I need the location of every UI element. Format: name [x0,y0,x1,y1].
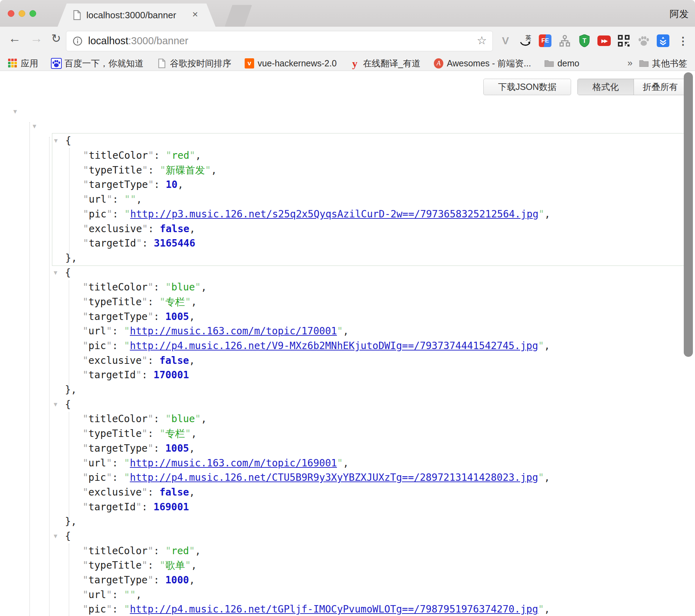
json-key: targetType [82,443,153,454]
json-key: titleColor [83,150,154,161]
zoom-window-button[interactable] [29,10,36,17]
json-line: urlhttp://music.163.com/m/topic/169001 [52,456,685,471]
json-line: targetType1000 [52,573,685,588]
bookmark-folder-demo[interactable]: demo [544,58,580,68]
json-root-line: ▼ { [0,104,695,119]
url-host: localhost [88,35,128,46]
url-link[interactable]: http://music.163.com/m/topic/169001 [130,457,337,469]
tab-close-icon[interactable]: × [192,9,198,20]
chrome-menu-icon[interactable]: ⋮ [676,33,690,48]
json-string-value: 歌单 [159,559,191,571]
collapse-toggle-icon[interactable]: ▼ [54,397,57,412]
translate-extension-icon[interactable]: 英 [518,33,532,48]
minimize-window-button[interactable] [19,10,25,17]
url-link[interactable]: http://music.163.com/m/topic/170001 [130,325,337,337]
bookmark-label: 百度一下，你就知道 [65,58,144,69]
json-key: typeTitle [82,559,147,571]
json-number-value: 10 [166,179,178,190]
apps-grid-icon [8,59,17,68]
json-key: targetType [83,179,154,190]
fast-forward-extension-icon[interactable]: ▶▶ [597,33,611,48]
youdao-icon: y [352,59,357,68]
folder-icon [639,59,649,68]
json-line: targetId169001 [52,500,685,515]
json-line: titleColorred [52,148,685,163]
json-line: pichttp://p4.music.126.net/tGPljf-IMOCyP… [52,602,685,616]
back-button[interactable]: ← [8,31,21,46]
json-string-value: 专栏 [159,428,191,439]
pic-link[interactable]: http://p4.music.126.net/V9-MXz6b2MNhEKju… [130,340,538,352]
json-key: url [82,325,112,337]
json-banners-line: ▼ banners[ [0,119,695,134]
collapse-toggle-icon[interactable]: ▼ [33,119,36,134]
json-line: exclusivefalse [52,353,685,368]
json-key: pic [82,340,112,352]
json-object-banner-3: ▼{ titleColorred typeTitle歌单 targetType1… [52,529,685,616]
collapse-toggle-icon[interactable]: ▼ [54,266,57,280]
reload-button[interactable]: ↻ [51,32,61,45]
fe-extension-icon[interactable]: FE [538,33,552,48]
tab-title: localhost:3000/banner [86,10,176,21]
url-text[interactable]: localhost:3000/banner [88,35,188,47]
vue-devtools-extension-icon[interactable]: V [498,33,512,48]
bookmark-other-bookmarks[interactable]: 其他书签 [639,55,687,71]
folder-icon [544,59,554,68]
pic-link[interactable]: http://p4.music.126.net/CTU5B9R9y3XyYBZX… [130,472,538,483]
new-tab-button[interactable] [225,5,252,27]
bookmark-label: 其他书签 [652,58,687,69]
paw-extension-icon[interactable] [637,33,651,48]
json-boolean-value: false [159,486,189,498]
page-info-icon[interactable] [73,36,82,46]
tampermonkey-shield-extension-icon[interactable]: T [577,33,591,48]
bookmark-baidu[interactable]: 百度一下，你就知道 [52,58,144,69]
title-bar: localhost:3000/banner × 阿发 [0,0,695,27]
download-json-button[interactable]: 下载JSON数据 [483,79,571,95]
pic-link[interactable]: http://p3.music.126.net/s25q2x5QyqsAzilC… [130,208,538,220]
baidu-paw-icon [51,58,62,69]
bookmark-apps[interactable]: 应用 [8,58,38,69]
bookmark-label: demo [557,58,580,68]
bookmarks-overflow-chevron[interactable]: » [628,58,633,68]
json-key: targetId [82,501,142,513]
json-string-value [124,589,136,601]
bookmark-google-sort[interactable]: 谷歌按时间排序 [157,58,231,69]
json-key: url [82,589,112,601]
json-line: url [52,588,685,602]
collapse-toggle-icon[interactable]: ▼ [13,104,17,119]
json-key: titleColor [82,281,153,293]
json-object-banner-2: ▼{ titleColorblue typeTitle专栏 targetType… [52,397,685,529]
address-bar[interactable]: localhost:3000/banner ☆ [66,31,493,51]
json-string-value: blue [165,413,201,425]
sitemap-extension-icon[interactable] [558,33,572,48]
format-button[interactable]: 格式化 [578,79,634,95]
bookmark-vue-hackernews[interactable]: v vue-hackernews-2.0 [245,58,337,68]
json-number-value: 1005 [165,311,189,322]
json-string-value: red [165,545,195,557]
json-string-value: 专栏 [159,296,191,308]
json-line: targetType1005 [52,441,685,456]
bookmark-star-icon[interactable]: ☆ [477,34,487,47]
close-window-button[interactable] [8,10,14,17]
vue-icon: v [245,58,254,68]
json-number-value: 1005 [165,443,189,454]
browser-window: localhost:3000/banner × 阿发 ← → ↻ localho… [0,0,695,616]
json-key: typeTitle [82,296,147,308]
collapse-toggle-icon[interactable]: ▼ [54,133,58,148]
page-scrollbar[interactable] [684,72,693,357]
json-key: pic [82,472,112,483]
json-line: typeTitle歌单 [52,558,685,573]
bookmark-label: 应用 [21,58,38,69]
pic-link[interactable]: http://p4.music.126.net/tGPljf-IMOCyPvum… [130,603,538,615]
collapse-toggle-icon[interactable]: ▼ [54,529,57,544]
collapse-all-button[interactable]: 折叠所有 [634,79,687,95]
browser-tab[interactable]: localhost:3000/banner × [58,4,216,27]
json-line: typeTitle专栏 [52,295,685,309]
json-line: url [52,192,685,207]
json-line: typeTitle新碟首发 [52,163,685,178]
qr-code-extension-icon[interactable] [617,33,631,48]
json-key: titleColor [82,545,153,557]
bookmark-awesomes[interactable]: A Awesomes - 前端资... [434,58,531,69]
json-key: targetId [83,237,142,249]
blue-chevrons-extension-icon[interactable] [656,33,670,48]
bookmark-youdao[interactable]: y 在线翻译_有道 [350,58,421,69]
